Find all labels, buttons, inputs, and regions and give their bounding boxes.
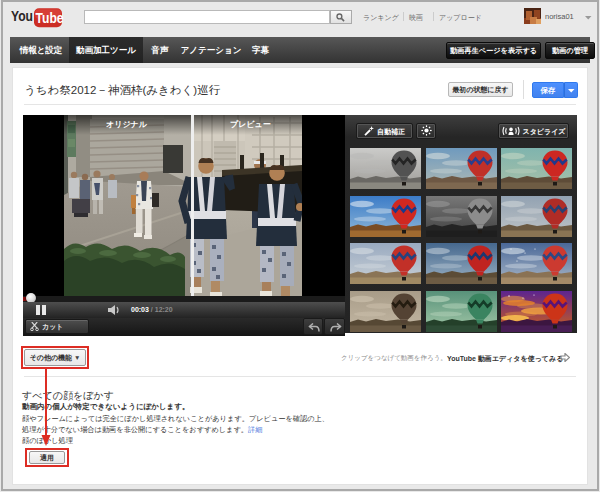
svg-text:プレビュー: プレビュー — [230, 119, 271, 129]
svg-text:You: You — [11, 7, 33, 25]
svg-text:Tube: Tube — [36, 9, 64, 27]
svg-text:オリジナル: オリジナル — [106, 120, 148, 129]
